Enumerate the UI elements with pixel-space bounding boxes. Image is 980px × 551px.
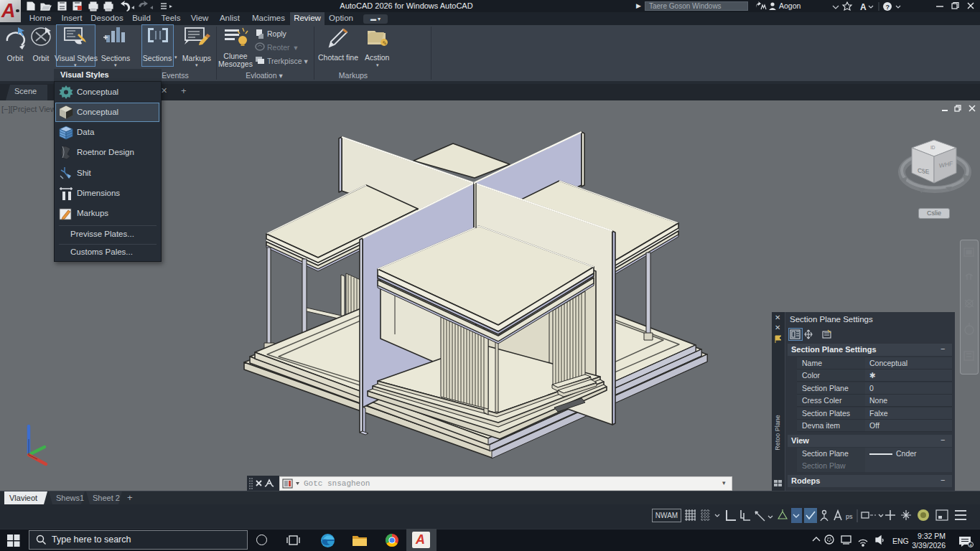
svg-text:ps: ps xyxy=(846,513,853,520)
svg-text:ID: ID xyxy=(930,145,935,150)
